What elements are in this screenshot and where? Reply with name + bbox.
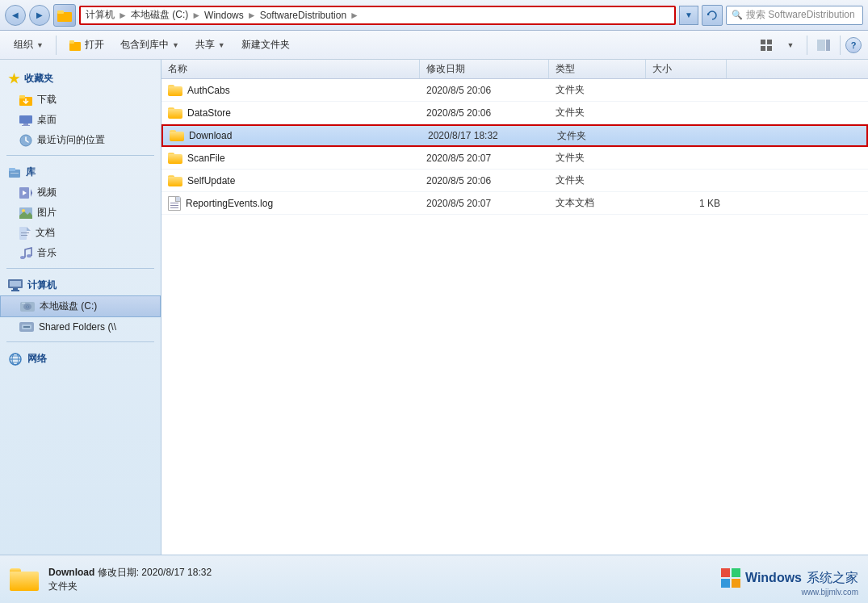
sidebar-item-music[interactable]: 音乐 [0,243,161,263]
svg-point-30 [20,256,25,259]
file-date: 2020/8/5 20:06 [420,175,549,186]
column-modified[interactable]: 修改日期 [420,60,549,78]
status-type: 文件夹 [48,580,212,593]
table-row[interactable]: AuthCabs2020/8/5 20:06文件夹 [161,79,868,102]
column-size[interactable]: 大小 [646,60,727,78]
file-date: 2020/8/5 20:07 [420,198,549,209]
new-folder-label: 新建文件夹 [241,38,290,52]
search-icon: 🔍 [732,10,743,20]
svg-rect-4 [69,40,74,44]
file-name: DataStore [187,107,231,119]
file-size: 1 KB [646,198,727,209]
network-drive-icon [19,320,34,333]
share-label: 共享 [195,38,215,52]
file-type: 文件夹 [551,129,648,143]
sep2: ► [191,10,201,21]
file-type: 文件夹 [549,151,646,165]
svg-rect-8 [767,46,772,51]
column-name[interactable]: 名称 [161,60,420,78]
new-folder-button[interactable]: 新建文件夹 [234,34,297,57]
svg-rect-33 [10,281,21,287]
favorites-star-icon: ★ [8,71,19,86]
status-detail-label: 修改日期: [98,567,139,578]
sidebar-item-document[interactable]: 文档 [0,223,161,243]
table-row[interactable]: Download2020/8/17 18:32文件夹 [161,124,868,147]
file-name: AuthCabs [187,85,230,96]
sidebar-item-video-label: 视频 [37,186,57,199]
svg-rect-15 [22,125,30,126]
folder-icon [170,130,184,141]
include-library-button[interactable]: 包含到库中 ▼ [113,34,187,57]
sidebar-item-picture[interactable]: 图片 [0,203,161,223]
breadcrumb-softwaredist[interactable]: SoftwareDistribution [260,10,346,21]
search-box[interactable]: 🔍 搜索 SoftwareDistribution [726,6,863,25]
table-row[interactable]: ScanFile2020/8/5 20:07文件夹 [161,147,868,170]
file-name: Download [189,130,232,141]
svg-rect-43 [23,326,30,328]
folder-nav-icon[interactable] [53,4,76,27]
sep3: ► [247,10,257,21]
back-button[interactable]: ◀ [5,5,26,26]
sidebar-section-library[interactable]: 库 [0,161,161,182]
favorites-label: 收藏夹 [24,72,53,86]
breadcrumb-windows[interactable]: Windows [204,10,244,21]
file-list-area: 名称 修改日期 类型 大小 AuthCabs2020/8/5 20:06文件夹 … [161,60,868,555]
file-name: SelfUpdate [187,175,235,186]
view-icon [760,39,773,52]
status-date: 2020/8/17 18:32 [141,567,212,578]
view-arrow-button[interactable]: ▼ [779,34,802,57]
file-type: 文件夹 [549,83,646,97]
status-folder-icon [10,568,39,591]
open-button[interactable]: 打开 [61,34,111,57]
forward-button[interactable]: ▶ [29,5,50,26]
sidebar-section-network[interactable]: 网络 [0,347,161,369]
sidebar-item-desktop-label: 桌面 [37,113,57,127]
breadcrumb-dropdown-button[interactable]: ▼ [679,6,698,25]
breadcrumb-computer[interactable]: 计算机 [86,8,115,22]
folder-icon [168,153,182,164]
table-row[interactable]: ReportingEvents.log2020/8/5 20:07文本文档1 K… [161,192,868,215]
file-list: AuthCabs2020/8/5 20:06文件夹 DataStore2020/… [161,79,868,215]
sidebar-section-favorites[interactable]: ★ 收藏夹 [0,66,161,90]
toolbar-divider3 [840,36,841,55]
status-text: Download 修改日期: 2020/8/17 18:32 文件夹 [48,566,212,593]
view-toggle-button[interactable] [755,34,778,57]
svg-rect-9 [817,40,825,51]
sidebar-item-picture-label: 图片 [37,206,57,220]
sidebar-item-download[interactable]: 下载 [0,90,161,110]
organize-button[interactable]: 组织 ▼ [6,34,51,57]
sidebar-item-local-disk[interactable]: 本地磁盘 (C:) [0,295,161,317]
table-row[interactable]: SelfUpdate2020/8/5 20:06文件夹 [161,170,868,192]
document-icon [19,227,31,240]
svg-rect-40 [22,303,25,304]
preview-icon [817,40,830,51]
file-list-header: 名称 修改日期 类型 大小 [161,60,868,79]
refresh-button[interactable] [702,5,723,26]
share-button[interactable]: 共享 ▼ [188,34,233,57]
table-row[interactable]: DataStore2020/8/5 20:06文件夹 [161,102,868,124]
svg-rect-29 [21,235,27,236]
sidebar-item-music-label: 音乐 [37,246,57,260]
column-type[interactable]: 类型 [549,60,646,78]
computer-icon [8,279,23,292]
preview-pane-button[interactable] [812,34,835,57]
sidebar-item-shared[interactable]: Shared Folders (\\ [0,317,161,337]
breadcrumb-drive[interactable]: 本地磁盘 (C:) [131,8,188,22]
sidebar-section-computer[interactable]: 计算机 [0,274,161,295]
address-bar: ◀ ▶ 计算机 ► 本地磁盘 (C:) ► Windows ► Software… [0,0,868,31]
watermark: Windows 系统之家 www.bjjmlv.com [721,568,858,597]
file-icon [168,196,181,211]
windows-logo-icon [721,568,740,588]
sidebar-item-desktop[interactable]: 桌面 [0,110,161,130]
help-button[interactable]: ? [845,37,862,53]
file-name: ScanFile [187,153,225,164]
download-folder-icon [19,94,32,106]
sidebar-item-recent[interactable]: 最近访问的位置 [0,130,161,150]
breadcrumb-bar[interactable]: 计算机 ► 本地磁盘 (C:) ► Windows ► SoftwareDist… [79,6,676,25]
file-type: 文件夹 [549,174,646,187]
include-library-label: 包含到库中 [120,38,169,52]
sidebar-item-download-label: 下载 [37,93,57,107]
sidebar-divider2 [6,268,154,269]
sidebar-item-video[interactable]: 视频 [0,182,161,203]
svg-marker-21 [31,189,32,197]
